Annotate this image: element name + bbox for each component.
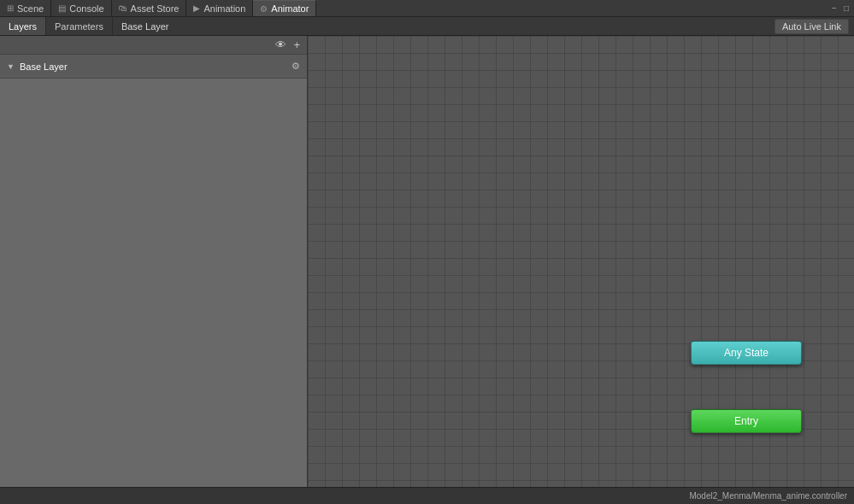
left-panel: 👁 + ▼ Base Layer ⚙ [0, 36, 308, 487]
animator-icon: ⚙ [260, 4, 268, 14]
tab-asset-store-label: Asset Store [131, 3, 180, 14]
any-state-node[interactable]: Any State [691, 341, 802, 365]
sub-tab-parameters[interactable]: Parameters [46, 17, 113, 35]
layer-settings-icon[interactable]: ⚙ [292, 61, 300, 72]
entry-node[interactable]: Entry [691, 409, 802, 433]
tab-asset-store[interactable]: 🛍 Asset Store [112, 0, 187, 16]
tab-animation[interactable]: ▶ Animation [186, 0, 253, 16]
tab-animation-label: Animation [203, 3, 245, 14]
sub-bar: Layers Parameters Base Layer Auto Live L… [0, 17, 854, 36]
eye-icon[interactable]: 👁 [272, 38, 290, 51]
tab-scene-label: Scene [17, 3, 44, 14]
status-path: Model2_Menma/Menma_anime.controller [689, 491, 847, 501]
tab-bar: ⊞ Scene ▤ Console 🛍 Asset Store ▶ Animat… [0, 0, 854, 17]
sub-tab-layers[interactable]: Layers [0, 17, 46, 35]
tab-animator[interactable]: ⚙ Animator [253, 0, 316, 16]
tab-console[interactable]: ▤ Console [51, 0, 111, 16]
layer-expand-icon: ▼ [7, 62, 15, 71]
tab-bar-controls: − □ [830, 3, 854, 13]
asset-store-icon: 🛍 [119, 3, 127, 13]
tab-scene[interactable]: ⊞ Scene [0, 0, 51, 16]
tab-console-label: Console [69, 3, 103, 14]
window-maximize-icon[interactable]: □ [842, 3, 851, 13]
base-layer-item[interactable]: ▼ Base Layer ⚙ [0, 55, 307, 79]
sub-tab-parameters-label: Parameters [55, 21, 103, 32]
any-state-label: Any State [724, 347, 769, 359]
auto-live-link-button[interactable]: Auto Live Link [774, 19, 849, 34]
breadcrumb: Base Layer [113, 21, 774, 32]
sub-tab-layers-label: Layers [9, 21, 37, 32]
tab-animator-label: Animator [271, 3, 309, 14]
breadcrumb-text: Base Layer [121, 21, 169, 32]
status-bar: Model2_Menma/Menma_anime.controller [0, 487, 854, 504]
window-minimize-icon[interactable]: − [830, 3, 839, 13]
scene-icon: ⊞ [7, 3, 14, 13]
main-content: 👁 + ▼ Base Layer ⚙ Any State Entry Exit [0, 36, 854, 487]
animator-canvas[interactable]: Any State Entry Exit [308, 36, 854, 487]
add-layer-button[interactable]: + [290, 38, 303, 51]
left-panel-toolbar: 👁 + [0, 36, 307, 55]
base-layer-label: Base Layer [20, 62, 68, 72]
entry-label: Entry [734, 415, 758, 427]
left-panel-body [0, 79, 307, 487]
console-icon: ▤ [58, 3, 66, 13]
layer-item-left: ▼ Base Layer [7, 62, 68, 72]
animation-icon: ▶ [193, 3, 200, 13]
